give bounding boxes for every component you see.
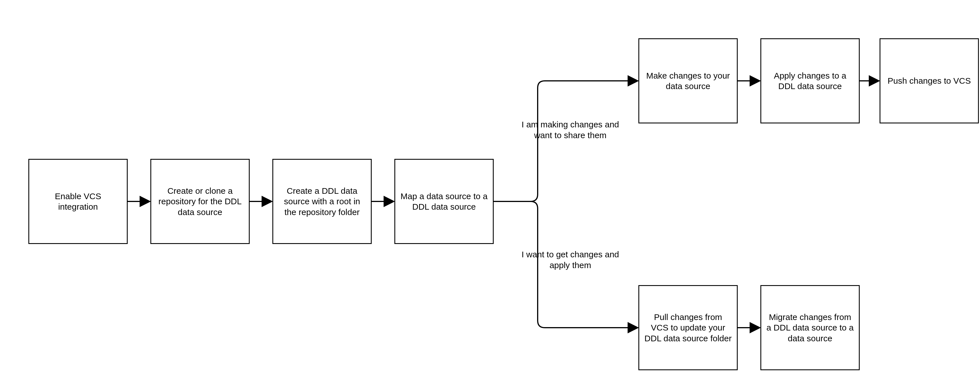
node-label: Map a data source to a DDL data source [400,191,488,212]
node-label: Create a DDL data source with a root in … [278,186,366,218]
node-make-changes: Make changes to your data source [638,38,738,123]
node-label: Apply changes to a DDL data source [766,70,854,92]
node-enable-vcs: Enable VCS integration [29,159,128,244]
node-pull-changes: Pull changes from VCS to update your DDL… [638,285,738,370]
branch-label-text: I am making changes and want to share th… [522,120,619,140]
node-create-ddl-ds: Create a DDL data source with a root in … [272,159,372,244]
branch-top [531,81,638,202]
node-migrate-changes: Migrate changes from a DDL data source t… [760,285,860,370]
branch-label-bottom: I want to get changes and apply them [514,249,627,270]
node-label: Enable VCS integration [34,191,122,212]
node-label: Push changes to VCS [888,75,971,86]
node-label: Pull changes from VCS to update your DDL… [644,312,732,344]
node-push-changes: Push changes to VCS [880,38,979,123]
node-create-repo: Create or clone a repository for the DDL… [150,159,250,244]
branch-label-text: I want to get changes and apply them [522,250,619,270]
node-map-ds: Map a data source to a DDL data source [395,159,494,244]
node-label: Create or clone a repository for the DDL… [156,186,244,218]
branch-label-top: I am making changes and want to share th… [514,119,627,140]
node-apply-changes: Apply changes to a DDL data source [760,38,860,123]
flowchart-canvas: Enable VCS integration Create or clone a… [0,0,980,383]
node-label: Migrate changes from a DDL data source t… [766,312,854,344]
node-label: Make changes to your data source [644,70,732,92]
